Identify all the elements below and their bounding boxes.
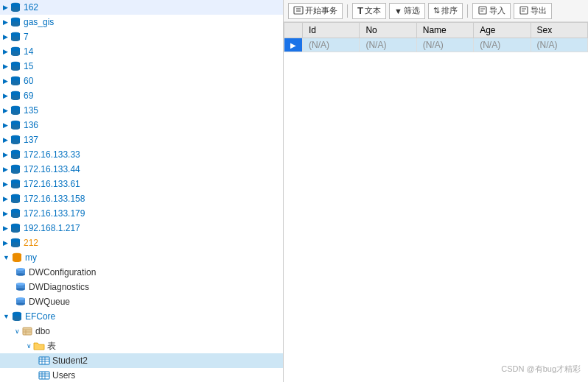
sidebar-item-23[interactable]: ∨ 表 — [0, 339, 283, 353]
sidebar-label: 7 — [24, 32, 29, 42]
db-icon — [10, 32, 21, 42]
svg-point-83 — [11, 194, 20, 197]
svg-point-16 — [11, 36, 20, 39]
chevron-right-icon: ▶ — [3, 180, 8, 188]
cell-name[interactable]: (N/A) — [416, 38, 473, 52]
filter-button[interactable]: ▼ 筛选 — [389, 3, 425, 19]
db-icon — [10, 223, 21, 233]
table-group-icon — [15, 267, 27, 277]
cell-no[interactable]: (N/A) — [360, 38, 416, 52]
chevron-right-icon: ▶ — [3, 63, 8, 70]
sidebar-item-1[interactable]: ▶ gas_gis — [0, 15, 283, 29]
transaction-icon — [293, 5, 304, 17]
data-grid[interactable]: IdNoNameAgeSex ▶(N/A)(N/A)(N/A)(N/A)(N/A… — [284, 22, 588, 382]
begin-transaction-button[interactable]: 开始事务 — [288, 3, 343, 19]
cell-sex[interactable]: (N/A) — [531, 38, 587, 52]
db-icon — [10, 164, 21, 174]
svg-rect-130 — [39, 357, 49, 364]
sidebar-item-17[interactable]: ▼ my — [0, 250, 283, 265]
sidebar-item-8[interactable]: ▶ 136 — [0, 118, 283, 132]
cell-age[interactable]: (N/A) — [474, 38, 531, 52]
svg-point-41 — [11, 91, 20, 94]
sidebar-label: 172.16.133.179 — [24, 208, 85, 219]
import-icon — [477, 5, 488, 17]
cell-id[interactable]: (N/A) — [303, 38, 360, 52]
svg-point-111 — [16, 268, 25, 271]
import-button[interactable]: 导入 — [472, 3, 511, 19]
sidebar-item-11[interactable]: ▶ 172.16.133.44 — [0, 162, 283, 177]
svg-point-4 — [11, 7, 20, 10]
chevron-down-icon: ∨ — [15, 328, 20, 335]
chevron-right-icon: ▶ — [3, 166, 8, 173]
svg-point-82 — [11, 198, 20, 201]
sidebar-label: 212 — [24, 238, 38, 248]
sidebar-label: dbo — [35, 326, 50, 336]
sidebar-label: 172.16.133.44 — [24, 164, 80, 174]
toolbar: 开始事务 T 文本 ▼ 筛选 ⇅ 排序 导入 — [284, 0, 588, 22]
svg-point-125 — [13, 312, 21, 315]
sidebar-label: DWDiagnostics — [29, 282, 89, 292]
svg-point-124 — [13, 316, 21, 319]
text-button[interactable]: T 文本 — [352, 3, 386, 19]
sidebar-label: DWConfiguration — [29, 267, 96, 277]
svg-point-70 — [11, 169, 20, 171]
sort-button[interactable]: ⇅ 排序 — [428, 3, 463, 19]
sidebar-item-20[interactable]: DWQueue — [0, 294, 283, 309]
sidebar-item-19[interactable]: DWDiagnostics — [0, 280, 283, 294]
sidebar[interactable]: ▶ 162▶ gas_gis▶ 7▶ — [0, 0, 284, 382]
sidebar-item-5[interactable]: ▶ 60 — [0, 74, 283, 88]
chevron-down-icon: ∨ — [27, 342, 32, 350]
sidebar-item-18[interactable]: DWConfiguration — [0, 265, 283, 280]
sidebar-item-16[interactable]: ▶ 212 — [0, 236, 283, 250]
sidebar-item-2[interactable]: ▶ 7 — [0, 29, 283, 44]
svg-point-76 — [11, 183, 20, 186]
begin-transaction-label: 开始事务 — [305, 5, 337, 16]
db-icon — [11, 252, 23, 263]
db-icon — [10, 135, 21, 145]
chevron-right-icon: ▶ — [3, 210, 8, 217]
watermark: CSDN @有bug才精彩 — [501, 364, 581, 375]
sidebar-label: 136 — [24, 120, 38, 130]
db-icon — [11, 311, 23, 322]
svg-point-34 — [11, 80, 20, 83]
sidebar-item-12[interactable]: ▶ 172.16.133.61 — [0, 177, 283, 191]
separator-1 — [347, 4, 348, 18]
row-indicator-header — [284, 23, 303, 38]
svg-rect-143 — [479, 7, 486, 14]
sidebar-item-22[interactable]: ∨ dbo — [0, 324, 283, 339]
sort-icon: ⇅ — [433, 6, 440, 15]
sidebar-item-7[interactable]: ▶ 135 — [0, 103, 283, 118]
svg-point-28 — [11, 66, 20, 68]
sidebar-item-15[interactable]: ▶ 192.168.1.217 — [0, 221, 283, 236]
result-table: IdNoNameAgeSex ▶(N/A)(N/A)(N/A)(N/A)(N/A… — [284, 22, 588, 52]
svg-point-89 — [11, 209, 20, 212]
sidebar-item-9[interactable]: ▶ 137 — [0, 132, 283, 147]
chevron-right-icon: ▶ — [3, 92, 8, 99]
column-header-age: Age — [474, 23, 531, 38]
svg-point-47 — [11, 106, 20, 109]
sidebar-item-13[interactable]: ▶ 172.16.133.158 — [0, 191, 283, 206]
svg-point-52 — [11, 124, 20, 127]
sidebar-item-3[interactable]: ▶ 14 — [0, 44, 283, 59]
sidebar-item-24[interactable]: Student2 — [0, 353, 283, 368]
sidebar-item-21[interactable]: ▼ EFCore — [0, 309, 283, 324]
svg-rect-126 — [23, 328, 32, 335]
svg-point-100 — [11, 242, 20, 245]
chevron-right-icon: ▶ — [3, 48, 8, 55]
export-label: 导出 — [531, 5, 547, 16]
sidebar-item-4[interactable]: ▶ 15 — [0, 59, 283, 74]
sidebar-item-10[interactable]: ▶ 172.16.133.33 — [0, 147, 283, 162]
sidebar-item-6[interactable]: ▶ 69 — [0, 88, 283, 103]
table-row[interactable]: ▶(N/A)(N/A)(N/A)(N/A)(N/A) — [284, 38, 588, 52]
sidebar-item-25[interactable]: Users — [0, 368, 283, 382]
table-group-icon — [15, 282, 27, 292]
export-icon — [519, 5, 529, 17]
sidebar-label: Student2 — [52, 356, 88, 366]
svg-point-11 — [11, 18, 20, 21]
db-icon — [10, 2, 21, 13]
export-button[interactable]: 导出 — [514, 3, 552, 19]
chevron-right-icon: ▶ — [3, 18, 8, 26]
sidebar-item-14[interactable]: ▶ 172.16.133.179 — [0, 206, 283, 221]
svg-point-71 — [11, 165, 20, 168]
sidebar-item-0[interactable]: ▶ 162 — [0, 0, 283, 15]
